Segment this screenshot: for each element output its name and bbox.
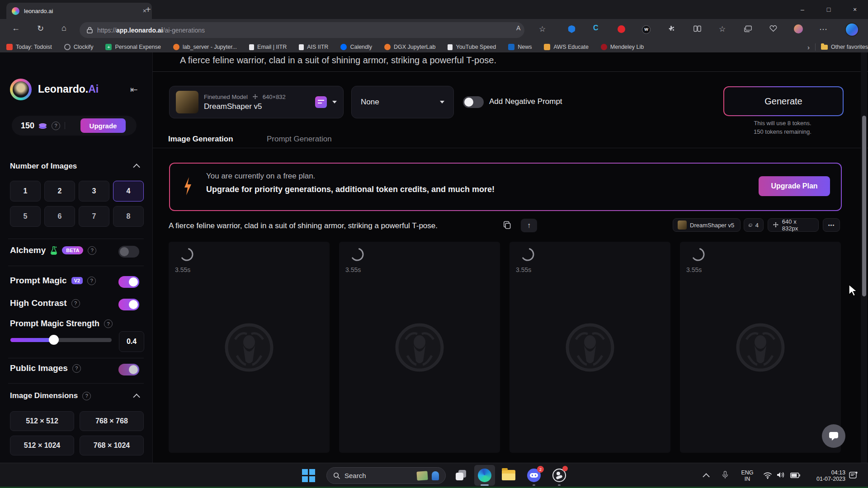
battery-icon[interactable] xyxy=(790,473,800,478)
generation-model-badge[interactable]: DreamShaper v5 xyxy=(673,218,741,232)
leonardo-watermark-icon xyxy=(734,319,787,377)
speaker-icon[interactable] xyxy=(777,471,785,479)
dimensions-help-icon[interactable]: ? xyxy=(82,392,91,400)
window-minimize-button[interactable]: – xyxy=(796,4,809,15)
edge-icon[interactable] xyxy=(478,469,491,482)
bookmark-item[interactable]: AWS Educate xyxy=(544,44,588,50)
bookmark-item[interactable]: AIS IITR xyxy=(299,44,328,50)
prompt-magic-toggle[interactable] xyxy=(118,276,139,288)
bookmark-item[interactable]: lab_server - Jupyter... xyxy=(173,44,237,50)
copilot-icon[interactable] xyxy=(846,23,858,36)
bookmark-item[interactable]: +Personal Expense xyxy=(105,44,160,50)
dim-768x1024-button[interactable]: 768 × 1024 xyxy=(80,436,144,455)
home-button[interactable]: ⌂ xyxy=(61,23,66,33)
scrollbar-thumb[interactable] xyxy=(862,116,866,296)
browser-tab[interactable]: leonardo.ai × xyxy=(6,3,152,19)
bookmark-item[interactable]: News xyxy=(508,44,532,50)
favorite-star-icon[interactable]: ☆ xyxy=(539,24,546,34)
window-close-button[interactable]: × xyxy=(848,4,862,15)
generation-card[interactable]: 3.55s xyxy=(680,242,841,453)
address-bar[interactable]: https://app.leonardo.ai/ai-generations xyxy=(80,22,524,38)
generation-card[interactable]: 3.55s xyxy=(509,242,670,453)
generation-more-button[interactable]: ••• xyxy=(823,218,840,232)
num-images-8[interactable]: 8 xyxy=(113,206,144,227)
style-dropdown[interactable]: None xyxy=(351,86,454,118)
file-explorer-icon[interactable] xyxy=(502,470,515,480)
public-images-toggle[interactable] xyxy=(118,364,139,375)
collections-icon[interactable] xyxy=(744,25,752,32)
generation-size-badge[interactable]: 640 x 832px xyxy=(768,218,819,232)
num-images-6[interactable]: 6 xyxy=(44,206,75,227)
extensions-puzzle-icon[interactable] xyxy=(667,25,675,33)
bookmark-item[interactable]: Clockify xyxy=(64,44,94,50)
split-screen-icon[interactable] xyxy=(693,25,701,32)
public-images-help-icon[interactable]: ? xyxy=(72,364,81,373)
generation-card[interactable]: 3.55s xyxy=(339,242,500,453)
language-indicator[interactable]: ENGIN xyxy=(740,469,755,482)
window-maximize-button[interactable]: □ xyxy=(822,4,835,15)
bookmark-item[interactable]: Calendly xyxy=(340,44,372,50)
num-images-1[interactable]: 1 xyxy=(10,181,41,202)
task-view-button[interactable] xyxy=(456,470,467,481)
generation-count-badge[interactable]: 4 xyxy=(744,218,764,232)
browser-menu-icon[interactable]: ⋯ xyxy=(819,24,827,34)
sidebar-collapse-button[interactable]: ⇤ xyxy=(130,84,138,95)
tab-prompt-generation[interactable]: Prompt Generation xyxy=(267,135,332,144)
bookmark-item[interactable]: Email | IITR xyxy=(249,44,287,50)
wifi-icon[interactable] xyxy=(763,472,772,479)
clock[interactable]: 04:13 01-07-2023 xyxy=(808,469,845,482)
start-button[interactable] xyxy=(302,469,315,482)
num-images-5[interactable]: 5 xyxy=(10,206,41,227)
strength-value[interactable]: 0.4 xyxy=(119,331,144,352)
bookmark-item[interactable]: Mendeley Lib xyxy=(601,44,644,50)
prompt-magic-help-icon[interactable]: ? xyxy=(87,277,96,285)
leonardo-watermark-icon xyxy=(393,319,446,377)
num-images-3[interactable]: 3 xyxy=(79,181,109,202)
negative-prompt-toggle[interactable] xyxy=(463,96,484,108)
extension-red-icon[interactable] xyxy=(618,25,625,33)
token-help-icon[interactable]: ? xyxy=(52,122,60,130)
upgrade-plan-button[interactable]: Upgrade Plan xyxy=(759,176,830,196)
bookmark-item[interactable]: DGX JupyterLab xyxy=(384,44,435,50)
microphone-icon[interactable] xyxy=(722,471,729,479)
bookmarks-overflow-chevron[interactable]: › xyxy=(807,43,810,51)
other-favorites[interactable]: Other favorites xyxy=(821,44,868,50)
model-name: DreamShaper v5 xyxy=(204,102,310,111)
strength-help-icon[interactable]: ? xyxy=(104,319,113,328)
prompt-input-text[interactable]: A fierce feline warrior, clad in a suit … xyxy=(180,55,496,66)
profile-avatar[interactable] xyxy=(794,24,803,33)
num-images-4-selected[interactable]: 4 xyxy=(113,181,144,202)
num-images-2[interactable]: 2 xyxy=(44,181,75,202)
refresh-button[interactable]: ↻ xyxy=(37,23,44,33)
dim-768x768-button[interactable]: 768 × 768 xyxy=(80,411,144,431)
notification-center-icon[interactable] xyxy=(849,471,858,479)
leonardo-watermark-icon xyxy=(563,319,617,377)
new-tab-button[interactable]: + xyxy=(146,5,151,15)
bookmark-item[interactable]: YouTube Speed xyxy=(448,44,496,50)
wayback-w-icon[interactable]: W xyxy=(642,25,651,34)
read-aloud-icon[interactable]: A xyxy=(516,24,520,32)
copy-icon[interactable] xyxy=(503,221,512,230)
strength-slider-knob[interactable] xyxy=(49,335,59,345)
generation-card[interactable]: 3.55s xyxy=(169,242,330,453)
alchemy-toggle[interactable] xyxy=(118,246,139,258)
browser-essentials-heart-icon[interactable] xyxy=(769,25,777,32)
high-contrast-toggle[interactable] xyxy=(118,299,139,310)
dim-512x1024-button[interactable]: 512 × 1024 xyxy=(10,436,74,455)
reuse-prompt-button[interactable]: ↑ xyxy=(521,219,537,232)
num-images-7[interactable]: 7 xyxy=(79,206,109,227)
chat-launcher-button[interactable] xyxy=(822,424,845,448)
favorites-bar-icon[interactable]: ☆ xyxy=(719,24,726,34)
taskbar-search-box[interactable]: Search xyxy=(326,467,446,484)
strength-slider-track[interactable] xyxy=(10,338,112,342)
extension-c-icon[interactable]: C xyxy=(593,24,599,32)
model-selector[interactable]: Finetuned Model 640×832 DreamShaper v5 xyxy=(169,86,344,118)
tab-image-generation[interactable]: Image Generation xyxy=(168,135,233,144)
generate-button[interactable]: Generate xyxy=(723,86,844,116)
bookmark-item[interactable]: Today: Todoist xyxy=(6,44,52,50)
dim-512x512-button[interactable]: 512 × 512 xyxy=(10,411,74,431)
back-button[interactable]: ← xyxy=(12,23,20,33)
high-contrast-help-icon[interactable]: ? xyxy=(71,299,80,308)
alchemy-help-icon[interactable]: ? xyxy=(88,246,96,255)
sidebar-upgrade-button[interactable]: Upgrade xyxy=(80,118,126,133)
